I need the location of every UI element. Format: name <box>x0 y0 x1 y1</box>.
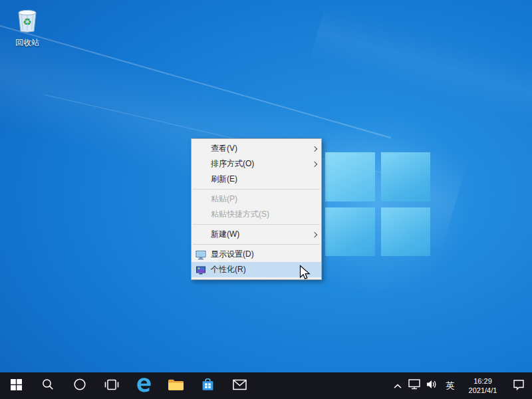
windows-start-icon <box>11 379 22 393</box>
menu-item-icon-slot <box>196 229 206 240</box>
menu-item-label: 查看(V) <box>211 143 310 154</box>
system-tray: 英 16:29 2021/4/1 <box>390 372 532 399</box>
action-center-button[interactable] <box>505 372 532 399</box>
clock-time: 16:29 <box>473 376 492 386</box>
recycle-bin-shortcut[interactable]: ♻ 回收站 <box>8 5 47 49</box>
menu-item-label: 显示设置(D) <box>211 249 317 260</box>
mail-button[interactable] <box>223 372 255 399</box>
ime-language-label: 英 <box>446 380 455 392</box>
menu-item-paste-shortcut: 粘贴快捷方式(S) <box>192 207 321 222</box>
menu-item-icon-slot <box>196 144 206 154</box>
search-icon <box>42 378 54 393</box>
start-button[interactable] <box>0 372 32 399</box>
menu-item-new[interactable]: 新建(W) <box>192 227 321 242</box>
menu-separator <box>193 224 320 225</box>
cortana-button[interactable] <box>64 372 96 399</box>
action-center-icon <box>513 379 525 393</box>
show-hidden-icons-button[interactable] <box>390 372 406 399</box>
cortana-icon <box>73 378 86 394</box>
file-explorer-button[interactable] <box>160 372 192 399</box>
network-button[interactable] <box>406 372 423 399</box>
submenu-chevron-icon <box>310 233 317 237</box>
task-view-icon <box>104 379 119 393</box>
menu-item-view[interactable]: 查看(V) <box>192 141 321 156</box>
taskbar: 英 16:29 2021/4/1 <box>0 372 532 399</box>
microsoft-store-icon <box>201 378 215 394</box>
file-explorer-icon <box>168 378 184 394</box>
menu-separator <box>193 244 320 245</box>
ime-language-button[interactable]: 英 <box>440 372 460 399</box>
personalization-icon <box>196 265 206 275</box>
windows-logo-pane <box>325 152 375 201</box>
windows-logo-pane <box>381 207 431 257</box>
menu-item-icon-slot <box>196 174 206 185</box>
menu-item-label: 粘贴快捷方式(S) <box>211 209 317 220</box>
submenu-chevron-icon <box>310 162 317 166</box>
menu-item-label: 粘贴(P) <box>211 194 317 205</box>
desktop-context-menu: 查看(V) 排序方式(O) 刷新(E) 粘贴(P) 粘贴快捷方式(S) 新建(W… <box>191 138 322 280</box>
chevron-up-icon <box>394 380 402 392</box>
menu-item-label: 个性化(R) <box>211 264 317 275</box>
menu-item-icon-slot <box>196 159 206 170</box>
menu-item-sort-by[interactable]: 排序方式(O) <box>192 156 321 172</box>
menu-item-paste: 粘贴(P) <box>192 192 321 207</box>
microsoft-store-button[interactable] <box>192 372 223 399</box>
recycle-bin-icon: ♻ <box>15 24 40 35</box>
menu-item-icon-slot <box>196 209 206 220</box>
clock-button[interactable]: 16:29 2021/4/1 <box>460 372 505 399</box>
mail-icon <box>233 379 247 393</box>
clock-date: 2021/4/1 <box>469 386 497 395</box>
menu-item-refresh[interactable]: 刷新(E) <box>192 172 321 187</box>
taskbar-app-buttons <box>0 372 255 399</box>
windows-logo-pane <box>325 207 375 257</box>
volume-button[interactable] <box>423 372 440 399</box>
menu-item-personalize[interactable]: 个性化(R) <box>192 262 321 277</box>
volume-icon <box>426 379 438 392</box>
recycle-bin-label: 回收站 <box>8 37 47 49</box>
menu-item-icon-slot <box>196 194 206 205</box>
search-button[interactable] <box>32 372 64 399</box>
menu-item-label: 排序方式(O) <box>211 158 310 170</box>
display-settings-icon <box>196 249 206 260</box>
menu-separator <box>193 189 320 190</box>
network-icon <box>408 379 420 392</box>
windows-logo-pane <box>381 152 431 201</box>
edge-browser-button[interactable] <box>128 372 160 399</box>
menu-item-label: 新建(W) <box>211 229 310 240</box>
task-view-button[interactable] <box>96 372 128 399</box>
edge-browser-icon <box>135 376 153 396</box>
submenu-chevron-icon <box>310 147 317 151</box>
taskbar-empty-area[interactable] <box>255 372 390 399</box>
desktop[interactable]: ♻ 回收站 查看(V) 排序方式(O) 刷新(E) 粘贴(P) 粘贴快捷方式(S… <box>0 0 532 372</box>
svg-text:♻: ♻ <box>23 16 31 28</box>
menu-item-label: 刷新(E) <box>211 174 317 185</box>
windows-wallpaper-logo <box>325 152 430 256</box>
menu-item-display-settings[interactable]: 显示设置(D) <box>192 247 321 262</box>
